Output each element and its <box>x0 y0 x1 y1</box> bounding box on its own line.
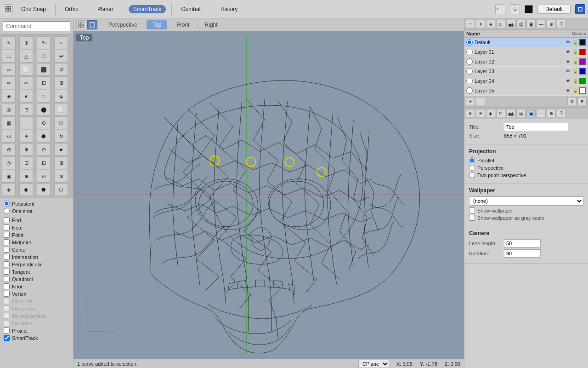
layer-radio-0[interactable] <box>466 39 473 46</box>
settings-circle-icon[interactable]: ⊙ <box>510 4 520 14</box>
props-material-icon[interactable]: ◈ <box>486 109 495 117</box>
parallel-radio[interactable] <box>469 157 475 163</box>
layer-radio-4[interactable] <box>466 78 473 84</box>
layer-row-layer-04[interactable]: Layer 04 👁 🔒 <box>464 76 588 86</box>
tab-front[interactable]: Front <box>170 20 195 29</box>
lens-input[interactable] <box>504 239 541 247</box>
cplane-select[interactable]: CPlane World <box>358 360 389 368</box>
tool-btn-38[interactable]: ⊞ <box>37 156 51 169</box>
tool-btn-33[interactable]: ⊕ <box>19 143 33 156</box>
layer-color-4[interactable] <box>579 77 586 85</box>
tool-btn-25[interactable]: ≡ <box>19 116 33 129</box>
tool-btn-0[interactable]: ↖ <box>2 36 16 49</box>
tool-btn-18[interactable]: ↑ <box>37 90 51 103</box>
top-right-icon[interactable] <box>575 4 585 14</box>
tool-btn-39[interactable]: ⊠ <box>54 156 68 169</box>
props-object-icon[interactable]: □ <box>496 109 505 117</box>
display-icon[interactable]: ▤ <box>516 20 526 28</box>
linetype-icon[interactable]: — <box>537 20 546 28</box>
tool-btn-13[interactable]: ✂ <box>19 76 33 89</box>
tool-btn-10[interactable]: ⬛ <box>37 63 51 76</box>
tool-btn-36[interactable]: ◎ <box>2 156 16 169</box>
snap-cb-center[interactable] <box>4 247 10 253</box>
tool-btn-34[interactable]: ⊙ <box>37 143 51 156</box>
tab-perspective[interactable]: Perspective <box>102 20 143 29</box>
layer-settings-icon[interactable]: ⚙ <box>567 97 577 105</box>
default-layer-btn[interactable]: Default <box>537 5 571 14</box>
tool-btn-9[interactable]: ⬜ <box>19 63 33 76</box>
snap-cb-near[interactable] <box>4 224 10 230</box>
props-display-icon[interactable]: ▤ <box>516 109 526 117</box>
viewport-single-icon[interactable] <box>87 20 97 29</box>
layer-vis-4[interactable]: 👁 <box>564 77 571 85</box>
props-dim-icon[interactable]: ⊕ <box>547 109 556 117</box>
snap-cb-quadrant[interactable] <box>4 276 10 282</box>
viewport-layout-icon[interactable] <box>76 20 86 29</box>
props-help-icon[interactable]: ? <box>557 109 566 117</box>
snap-cb-project[interactable] <box>4 328 10 334</box>
tool-btn-24[interactable]: ▦ <box>2 116 16 129</box>
tool-btn-45[interactable]: ◉ <box>19 183 33 196</box>
layer-row-layer-02[interactable]: Layer 02 👁 🔒 <box>464 57 588 67</box>
tool-btn-1[interactable]: ⊕ <box>19 36 33 49</box>
tool-btn-22[interactable]: ⬤ <box>37 103 51 116</box>
props-sun-icon[interactable]: ☀ <box>476 109 485 117</box>
tab-top[interactable]: Top <box>147 20 167 29</box>
tool-btn-28[interactable]: ⊙ <box>2 130 16 143</box>
snap-cb-midpoint[interactable] <box>4 239 10 245</box>
snap-cb-smarttrack[interactable] <box>4 335 10 341</box>
tool-btn-6[interactable]: ⬡ <box>37 50 51 63</box>
tool-btn-8[interactable]: ▱ <box>2 63 16 76</box>
tool-btn-17[interactable]: ★ <box>19 90 33 103</box>
tool-btn-21[interactable]: ⊡ <box>19 103 33 116</box>
layer-color-1[interactable] <box>579 48 586 56</box>
smarttrack-btn[interactable]: SmartTrack <box>129 5 166 13</box>
snap-cb-tangent[interactable] <box>4 269 10 275</box>
tool-btn-43[interactable]: ⊛ <box>54 170 68 183</box>
tool-btn-14[interactable]: ⊞ <box>37 76 51 89</box>
tool-btn-23[interactable]: ⬜ <box>54 103 68 116</box>
title-input[interactable] <box>504 123 568 131</box>
tool-btn-32[interactable]: ⊛ <box>2 143 16 156</box>
layer-lock-2[interactable]: 🔒 <box>571 58 579 65</box>
layer-vis-3[interactable]: 👁 <box>564 68 571 75</box>
layer-lock-0[interactable]: 🔒 <box>571 39 579 46</box>
back-icon[interactable]: ⟵ <box>495 4 505 14</box>
tool-btn-29[interactable]: ✦ <box>19 130 33 143</box>
add-layer-icon[interactable]: + <box>466 97 475 105</box>
tool-btn-12[interactable]: ✏ <box>2 76 16 89</box>
history-btn[interactable]: History <box>217 5 241 13</box>
tool-btn-5[interactable]: △ <box>19 50 33 63</box>
props-layers-icon[interactable]: ≡ <box>466 109 475 117</box>
layer-lock-3[interactable]: 🔒 <box>571 68 579 75</box>
layer-lock-1[interactable]: 🔒 <box>571 48 579 56</box>
tool-btn-47[interactable]: ⬡ <box>54 183 68 196</box>
ortho-btn[interactable]: Ortho <box>61 5 82 13</box>
tool-btn-20[interactable]: ◎ <box>2 103 16 116</box>
help-icon[interactable]: ? <box>557 20 566 28</box>
layer-row-layer-05[interactable]: Layer 05 👁 🔒 <box>464 86 588 96</box>
tool-btn-4[interactable]: ▭ <box>2 50 16 63</box>
layer-radio-3[interactable] <box>466 68 473 75</box>
layer-row-layer-03[interactable]: Layer 03 👁 🔒 <box>464 67 588 76</box>
persistent-radio[interactable] <box>4 201 10 207</box>
layer-vis-5[interactable]: 👁 <box>564 87 571 94</box>
render-icon[interactable]: 📷 <box>506 20 515 28</box>
snap-cb-point[interactable] <box>4 232 10 238</box>
wallpaper-select[interactable]: (none) <box>469 196 583 206</box>
tool-btn-26[interactable]: ⊕ <box>37 116 51 129</box>
viewport-props-icon[interactable]: ▣ <box>526 20 536 28</box>
dim-icon[interactable]: ⊕ <box>547 20 556 28</box>
two-point-radio[interactable] <box>469 172 475 178</box>
sun-icon[interactable]: ☀ <box>476 20 485 28</box>
tool-btn-2[interactable]: ↻ <box>37 36 51 49</box>
gumball-btn[interactable]: Gumball <box>177 5 205 13</box>
tool-btn-42[interactable]: ⊙ <box>37 170 51 183</box>
snap-cb-intersection[interactable] <box>4 254 10 260</box>
tool-btn-31[interactable]: ↻ <box>54 130 68 143</box>
tab-right[interactable]: Right <box>199 20 224 29</box>
tool-btn-35[interactable]: ★ <box>54 143 68 156</box>
rotation-input[interactable] <box>504 249 541 258</box>
snap-cb-end[interactable] <box>4 217 10 223</box>
tool-btn-41[interactable]: ⊕ <box>19 170 33 183</box>
